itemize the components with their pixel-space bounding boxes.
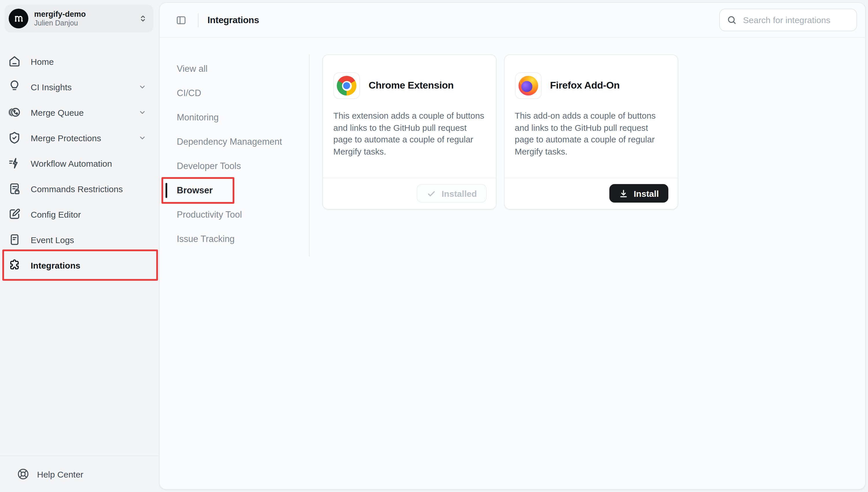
chevron-down-icon <box>138 108 147 117</box>
installed-button[interactable]: Installed <box>417 184 487 203</box>
integration-card-chrome-extension: Chrome Extension This extension adds a c… <box>322 54 496 210</box>
active-category-bar <box>165 183 167 198</box>
merge-queue-icon <box>8 106 21 119</box>
workspace-info: mergify-demo Julien Danjou <box>34 9 138 27</box>
chevron-down-icon <box>138 133 147 142</box>
sidebar-nav: Home CI Insights Merge Queue Merge Prote… <box>5 50 154 279</box>
chevrons-up-down-icon <box>138 14 148 23</box>
workspace-user: Julien Danjou <box>34 19 138 27</box>
category-productivity-tool[interactable]: Productivity Tool <box>165 203 304 227</box>
lightbulb-icon <box>8 80 21 93</box>
install-button[interactable]: Install <box>609 184 668 203</box>
integration-description: This extension adds a couple of buttons … <box>333 110 485 157</box>
integration-title: Chrome Extension <box>368 80 454 92</box>
category-issue-tracking[interactable]: Issue Tracking <box>165 227 304 251</box>
firefox-logo <box>518 76 538 96</box>
workspace-switcher[interactable]: mergify-demo Julien Danjou <box>5 5 153 32</box>
category-monitoring[interactable]: Monitoring <box>165 105 304 130</box>
sidebar-item-ci-insights[interactable]: CI Insights <box>5 75 154 98</box>
sidebar-item-commands-restrictions[interactable]: Commands Restrictions <box>5 177 154 200</box>
category-list: View all CI/CD Monitoring Dependency Man… <box>165 57 304 251</box>
chrome-logo <box>337 76 356 96</box>
category-view-all[interactable]: View all <box>165 57 304 81</box>
sidebar-item-merge-protections[interactable]: Merge Protections <box>5 126 154 149</box>
sidebar-toggle-button[interactable] <box>176 15 186 25</box>
mergify-logo-avatar <box>9 9 28 28</box>
help-center-link[interactable]: Help Center <box>37 469 83 479</box>
home-icon <box>8 55 21 68</box>
shield-check-icon <box>8 131 21 144</box>
check-icon <box>427 189 436 199</box>
file-text-icon <box>8 233 21 246</box>
workflow-zap-icon <box>8 157 21 170</box>
sidebar-item-home[interactable]: Home <box>5 50 154 73</box>
workspace-org: mergify-demo <box>34 9 138 19</box>
category-browser[interactable]: Browser <box>165 178 304 203</box>
category-dependency-management[interactable]: Dependency Management <box>165 130 304 154</box>
main-panel: Integrations View all CI/CD Monitoring D… <box>159 2 866 490</box>
search-icon <box>727 15 737 25</box>
sidebar-item-workflow-automation[interactable]: Workflow Automation <box>5 152 154 175</box>
integration-title: Firefox Add-On <box>550 80 620 92</box>
sidebar: mergify-demo Julien Danjou Home CI Insig… <box>0 0 158 492</box>
sidebar-item-config-editor[interactable]: Config Editor <box>5 203 154 226</box>
square-pen-icon <box>8 208 21 221</box>
integrations-content: View all CI/CD Monitoring Dependency Man… <box>159 38 865 489</box>
header-divider <box>198 13 198 27</box>
page-title: Integrations <box>207 15 259 25</box>
category-divider <box>309 54 310 256</box>
app: mergify-demo Julien Danjou Home CI Insig… <box>0 0 868 492</box>
integration-card-footer: Installed <box>323 177 496 209</box>
life-buoy-icon <box>17 468 29 481</box>
sidebar-footer: Help Center <box>0 456 158 492</box>
panel-left-icon <box>176 15 186 25</box>
main-header: Integrations <box>159 3 865 38</box>
search-input[interactable] <box>742 15 851 25</box>
integration-card-firefox-add-on: Firefox Add-On This add-on adds a couple… <box>504 54 678 210</box>
puzzle-icon <box>8 259 21 271</box>
file-lock-icon <box>8 182 21 195</box>
sidebar-item-integrations[interactable]: Integrations <box>5 253 154 277</box>
chevron-down-icon <box>138 82 147 92</box>
sidebar-item-event-logs[interactable]: Event Logs <box>5 228 154 251</box>
integration-card-footer: Install <box>504 177 677 209</box>
search-box[interactable] <box>719 9 857 31</box>
download-icon <box>619 189 629 199</box>
integration-description: This add-on adds a couple of buttons and… <box>515 110 667 157</box>
sidebar-item-merge-queue[interactable]: Merge Queue <box>5 101 154 124</box>
category-ci-cd[interactable]: CI/CD <box>165 81 304 105</box>
integration-cards: Chrome Extension This extension adds a c… <box>322 54 678 210</box>
category-developer-tools[interactable]: Developer Tools <box>165 154 304 178</box>
